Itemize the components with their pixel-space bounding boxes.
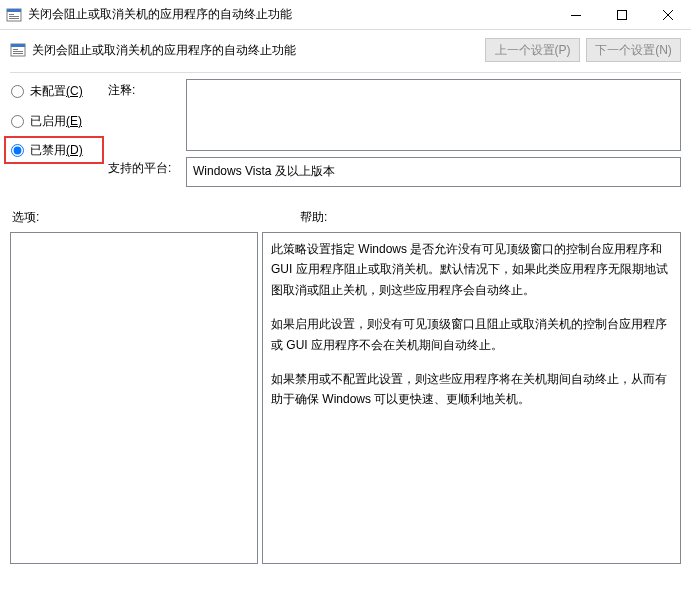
window-title: 关闭会阻止或取消关机的应用程序的自动终止功能 bbox=[28, 6, 553, 23]
radio-disabled-label: 已禁用(D) bbox=[30, 142, 83, 159]
help-paragraph: 如果启用此设置，则没有可见顶级窗口且阻止或取消关机的控制台应用程序或 GUI 应… bbox=[271, 314, 670, 355]
titlebar: 关闭会阻止或取消关机的应用程序的自动终止功能 bbox=[0, 0, 691, 30]
policy-title: 关闭会阻止或取消关机的应用程序的自动终止功能 bbox=[32, 42, 485, 59]
radio-disabled[interactable]: 已禁用(D) bbox=[4, 136, 104, 164]
svg-rect-4 bbox=[9, 18, 19, 19]
close-button[interactable] bbox=[645, 0, 691, 30]
radio-enabled-label: 已启用(E) bbox=[30, 113, 82, 130]
help-heading: 帮助: bbox=[300, 209, 679, 226]
help-paragraph: 如果禁用或不配置此设置，则这些应用程序将在关机期间自动终止，从而有助于确保 Wi… bbox=[271, 369, 670, 410]
svg-rect-3 bbox=[9, 16, 19, 17]
comment-label: 注释: bbox=[108, 79, 178, 99]
prev-setting-label: 上一个设置(P) bbox=[495, 42, 571, 59]
radio-not-configured-input[interactable] bbox=[11, 85, 24, 98]
maximize-button[interactable] bbox=[599, 0, 645, 30]
help-pane[interactable]: 此策略设置指定 Windows 是否允许没有可见顶级窗口的控制台应用程序和 GU… bbox=[262, 232, 681, 564]
radio-disabled-input[interactable] bbox=[11, 144, 24, 157]
svg-rect-5 bbox=[571, 15, 581, 16]
prev-setting-button[interactable]: 上一个设置(P) bbox=[485, 38, 580, 62]
svg-rect-11 bbox=[13, 53, 23, 54]
app-icon bbox=[6, 7, 22, 23]
radio-enabled-input[interactable] bbox=[11, 115, 24, 128]
svg-rect-2 bbox=[9, 14, 14, 15]
radio-not-configured[interactable]: 未配置(C) bbox=[10, 81, 98, 101]
svg-rect-1 bbox=[7, 9, 21, 12]
next-setting-button[interactable]: 下一个设置(N) bbox=[586, 38, 681, 62]
next-setting-label: 下一个设置(N) bbox=[595, 42, 672, 59]
svg-rect-6 bbox=[618, 10, 627, 19]
minimize-button[interactable] bbox=[553, 0, 599, 30]
policy-icon bbox=[10, 42, 26, 58]
options-heading: 选项: bbox=[12, 209, 300, 226]
supported-platform: Windows Vista 及以上版本 bbox=[186, 157, 681, 187]
header-row: 关闭会阻止或取消关机的应用程序的自动终止功能 上一个设置(P) 下一个设置(N) bbox=[0, 30, 691, 72]
svg-rect-8 bbox=[11, 44, 25, 47]
svg-rect-10 bbox=[13, 51, 23, 52]
help-paragraph: 此策略设置指定 Windows 是否允许没有可见顶级窗口的控制台应用程序和 GU… bbox=[271, 239, 670, 300]
options-pane[interactable] bbox=[10, 232, 258, 564]
platform-label: 支持的平台: bbox=[108, 157, 178, 177]
svg-rect-9 bbox=[13, 49, 18, 50]
radio-not-configured-label: 未配置(C) bbox=[30, 83, 83, 100]
state-radio-group: 未配置(C) 已启用(E) 已禁用(D) bbox=[10, 79, 98, 187]
radio-enabled[interactable]: 已启用(E) bbox=[10, 111, 98, 131]
comment-textarea[interactable] bbox=[186, 79, 681, 151]
